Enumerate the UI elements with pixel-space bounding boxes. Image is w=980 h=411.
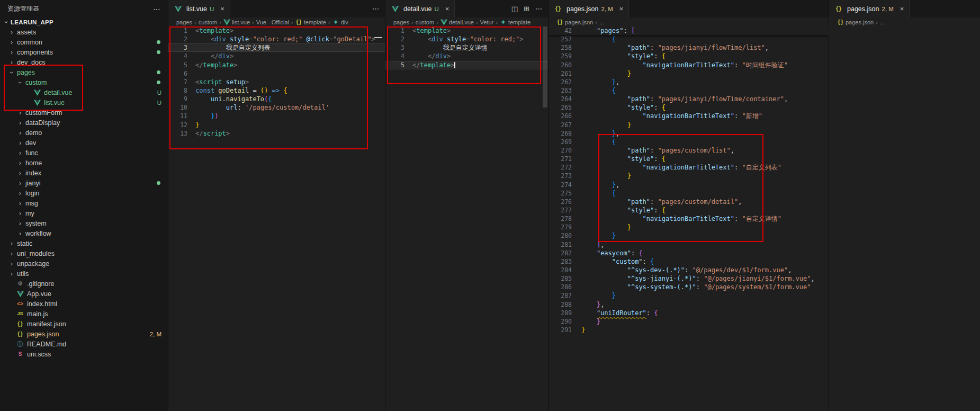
code-editor[interactable]: 1<template>2 <div style="color: red;" @c… <box>168 26 385 411</box>
close-icon[interactable]: × <box>220 5 224 13</box>
code-line: 264 "path": "pages/jianyi/flowTime/conta… <box>549 95 829 103</box>
git-status-badge: U <box>157 100 161 106</box>
breadcrumb-item[interactable]: Vue - Official <box>256 19 289 25</box>
tree-item-jianyi[interactable]: ›jianyi <box>0 178 168 188</box>
code-line: 1<template> <box>385 26 549 35</box>
tree-item-dataDisplay[interactable]: ›dataDisplay <box>0 118 168 128</box>
tree-item-custom[interactable]: ›custom <box>0 77 168 87</box>
tree-item-index.html[interactable]: <>index.html <box>0 299 168 309</box>
tab-pages.json[interactable]: {}pages.json2, M× <box>829 0 910 17</box>
tree-item-customForm[interactable]: ›customForm <box>0 108 168 118</box>
breadcrumb-item[interactable]: list.vue <box>223 19 250 25</box>
html-icon: <> <box>16 301 24 307</box>
line-content: } <box>581 223 631 231</box>
code-line: 281 ], <box>549 240 829 249</box>
tree-item-label: main.js <box>27 310 48 318</box>
tab-list.vue[interactable]: list.vueU× <box>168 0 230 17</box>
chevron-right-icon: › <box>16 120 24 126</box>
breadcrumb-item[interactable]: pages <box>176 19 192 25</box>
more-actions-icon[interactable]: ⋯ <box>372 5 379 13</box>
tree-item-components[interactable]: ›components <box>0 47 168 57</box>
git-status-badge: U <box>435 6 439 12</box>
split-actions-icon[interactable]: ◫ <box>511 5 518 13</box>
breadcrumb-item[interactable]: ... <box>599 19 604 25</box>
tree-item-my[interactable]: ›my <box>0 208 168 218</box>
close-icon[interactable]: × <box>445 5 449 13</box>
close-icon[interactable]: × <box>900 5 904 13</box>
tree-item-common[interactable]: ›common <box>0 37 168 47</box>
line-content: uni.navigateTo({ <box>195 95 272 103</box>
code-editor[interactable] <box>829 26 980 411</box>
symbol-icon: ◈ <box>332 20 339 24</box>
explorer-more-actions-icon[interactable]: ⋯ <box>153 5 160 13</box>
scrollbar-thumb[interactable] <box>543 26 547 108</box>
breadcrumb-item[interactable]: ◈template <box>500 19 531 25</box>
breadcrumb-item[interactable]: pages <box>393 19 409 25</box>
tree-item-.gitignore[interactable]: ⚙.gitignore <box>0 279 168 289</box>
tree-item-pages.json[interactable]: {}pages.json2, M <box>0 329 168 339</box>
tree-item-detail.vue[interactable]: detail.vueU <box>0 87 168 97</box>
tree-item-uni_modules[interactable]: ›uni_modules <box>0 248 168 258</box>
code-editor[interactable]: 1<template>2 <div style="color: red;">3 … <box>385 26 549 411</box>
line-content: 我是自定义列表 <box>195 43 271 52</box>
tree-item-home[interactable]: ›home <box>0 158 168 168</box>
editor-group-pages-json: {}pages.json2, M×{}pages.json›...42 "pag… <box>548 0 829 411</box>
tree-item-README.md[interactable]: ⓘREADME.md <box>0 339 168 349</box>
tree-item-func[interactable]: ›func <box>0 148 168 158</box>
code-line: 8const goDetail = () => { <box>168 86 385 95</box>
tree-item-pages[interactable]: ›pages <box>0 67 168 77</box>
line-content: "^sys-jianyi-(.*)": "@/pages/jianyi/$1/f… <box>581 274 815 283</box>
close-icon[interactable]: × <box>619 5 624 13</box>
code-editor[interactable]: 42 "pages": [257 {258 "path": "pages/jia… <box>549 26 829 411</box>
tree-item-login[interactable]: ›login <box>0 188 168 198</box>
explorer-header: 资源管理器 ⋯ <box>0 0 168 17</box>
more-actions-icon[interactable]: ⋯ <box>535 5 542 13</box>
tree-item-main.js[interactable]: JSmain.js <box>0 309 168 319</box>
tree-item-msg[interactable]: ›msg <box>0 198 168 208</box>
project-root[interactable]: › LEARUN_APP <box>0 17 168 27</box>
breadcrumb-item[interactable]: Vetur <box>480 19 494 25</box>
tree-item-system[interactable]: ›system <box>0 218 168 228</box>
code-line: 270 "path": "pages/custom/list", <box>549 146 829 155</box>
tab-pages.json[interactable]: {}pages.json2, M× <box>549 0 629 17</box>
breadcrumb-item[interactable]: ... <box>880 19 885 25</box>
line-content: } <box>581 69 631 78</box>
breadcrumb-item[interactable]: ◈div <box>332 19 348 25</box>
line-number: 282 <box>549 249 572 257</box>
tree-item-list.vue[interactable]: list.vueU <box>0 97 168 108</box>
tree-item-utils[interactable]: ›utils <box>0 269 168 279</box>
breadcrumb-item[interactable]: {}template <box>295 19 326 25</box>
tree-item-manifest.json[interactable]: {}manifest.json <box>0 319 168 329</box>
code-line: 11 }) <box>168 112 385 120</box>
line-content: "uniIdRouter": { <box>581 309 658 317</box>
tree-item-dev_docs[interactable]: ›dev_docs <box>0 57 168 67</box>
tree-item-label: manifest.json <box>27 320 66 328</box>
code-line: 3 我是自定义详情 <box>385 43 549 52</box>
line-content: } <box>581 317 600 326</box>
tree-item-index[interactable]: ›index <box>0 168 168 178</box>
breadcrumb-item[interactable]: detail.vue <box>440 19 474 25</box>
breadcrumb-item[interactable]: {}pages.json <box>556 19 593 25</box>
layout-actions-icon[interactable]: ⊞ <box>524 5 529 13</box>
tree-item-workflow[interactable]: ›workflow <box>0 228 168 238</box>
breadcrumb-label: Vetur <box>480 19 494 25</box>
tree-item-demo[interactable]: ›demo <box>0 128 168 138</box>
breadcrumb-separator: › <box>328 19 330 25</box>
tree-item-label: index.html <box>27 300 57 308</box>
tab-detail.vue[interactable]: detail.vueU× <box>385 0 455 17</box>
tree-item-static[interactable]: ›static <box>0 238 168 248</box>
tree-item-uni.scss[interactable]: Suni.scss <box>0 349 168 359</box>
tree-item-unpackage[interactable]: ›unpackage <box>0 258 168 269</box>
tree-item-App.vue[interactable]: App.vue <box>0 289 168 299</box>
line-number: 12 <box>168 121 187 129</box>
line-content: <div style="color: red;" @click="goDetai… <box>195 35 375 43</box>
tab-bar: list.vueU×⋯ <box>168 0 385 17</box>
breadcrumb-item[interactable]: custom <box>416 19 434 25</box>
tree-item-dev[interactable]: ›dev <box>0 138 168 148</box>
line-number: 285 <box>549 274 572 283</box>
breadcrumb-item[interactable]: {}pages.json <box>837 19 874 25</box>
line-content: <div style="color: red;"> <box>412 35 524 43</box>
tree-item-label: pages <box>17 69 35 76</box>
tree-item-assets[interactable]: ›assets <box>0 27 168 37</box>
breadcrumb-item[interactable]: custom <box>199 19 217 25</box>
